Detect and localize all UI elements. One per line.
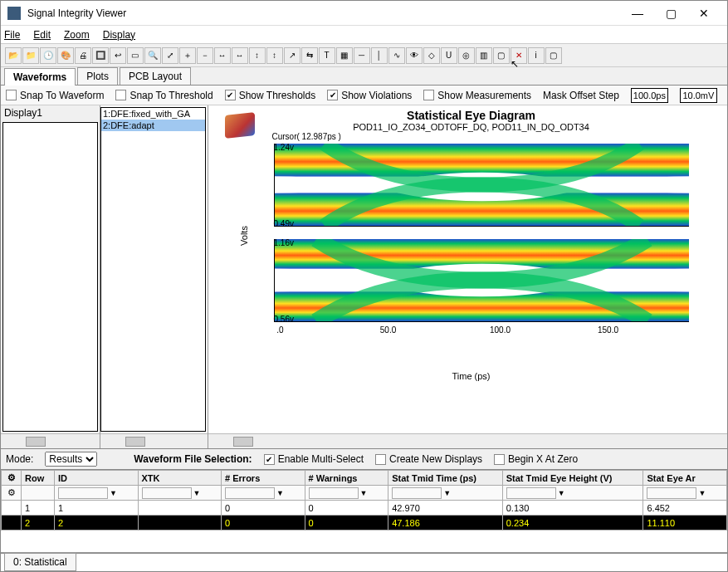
eye-diagram[interactable]: Cursor( 12.987ps ) Volts [239,135,704,359]
grid-icon[interactable]: ▦ [336,47,353,64]
bathtub-icon[interactable]: U [441,47,457,64]
col-eyeh[interactable]: Stat Tmid Eye Height (V) [502,471,643,486]
toggle-icon[interactable]: ∿ [388,47,405,64]
menu-bar: File Edit Zoom Display [1,26,727,44]
col-tmid[interactable]: Stat Tmid Time (ps) [388,471,503,486]
show-measurements-checkbox[interactable]: Show Measurements [423,90,531,101]
print-icon[interactable]: 🖨 [75,47,91,64]
cell-warnings: 0 [305,516,388,530]
col-eyea[interactable]: Stat Eye Ar [643,471,727,486]
zoom-window-icon[interactable]: 🔲 [92,47,109,64]
enable-multi-checkbox[interactable]: ✔Enable Multi-Select [264,453,364,465]
signal-item-1[interactable]: 1:DFE:fixed_with_GA [101,108,205,120]
histogram-icon[interactable]: ▥ [476,47,492,64]
zoom-rect-icon[interactable]: ▭ [127,47,144,64]
text-icon[interactable]: T [319,47,335,64]
display-scroll[interactable] [1,433,100,448]
create-new-checkbox[interactable]: Create New Displays [375,453,482,465]
col-warnings[interactable]: # Warnings [305,471,388,486]
title-bar[interactable]: Signal Integrity Viewer — ▢ ✕ [1,1,727,26]
zoom-y-out-icon[interactable]: ↕ [266,47,283,64]
col-errors[interactable]: # Errors [222,471,305,486]
filter-errors[interactable]: ▼ [222,486,305,501]
gear2-icon[interactable]: ⚙ [2,486,22,501]
hmeasure-icon[interactable]: ⇆ [301,47,318,64]
menu-file[interactable]: File [4,29,20,41]
zoom-in-icon[interactable]: ＋ [179,47,196,64]
cursor-readout: Cursor( 12.987ps ) [272,132,341,141]
zoom-prev-icon[interactable]: ↩ [110,47,126,64]
zoom-fit-icon[interactable]: ⤢ [162,47,178,64]
palette-icon[interactable]: 🎨 [57,47,74,64]
filter-warnings[interactable]: ▼ [305,486,388,501]
hcursor-icon[interactable]: ─ [354,47,370,64]
zoom-x-in-icon[interactable]: ↔ [214,47,231,64]
xtick-0: .0 [276,322,283,335]
zoom-y-in-icon[interactable]: ↕ [249,47,266,64]
tab-waveforms[interactable]: Waveforms [4,68,76,86]
menu-display[interactable]: Display [103,29,135,41]
tab-pcb-layout[interactable]: PCB Layout [120,67,191,85]
mask-offset-x-input[interactable] [631,88,668,103]
toolbar: 📂 📁 🕒 🎨 🖨 🔲 ↩ ▭ 🔍 ⤢ ＋ － ↔ ↔ ↕ ↕ ↗ ⇆ T ▦ … [1,44,727,67]
filter-eyea[interactable]: ▼ [643,486,727,501]
filter-eyeh[interactable]: ▼ [502,486,643,501]
results-table-wrap[interactable]: ⚙ Row ID XTK # Errors # Warnings Stat Tm… [1,470,727,553]
table-row[interactable]: 1 1 0 0 42.970 0.130 6.452 [2,501,727,516]
col-row[interactable]: Row [22,471,55,486]
clock-icon[interactable]: 🕒 [40,47,56,64]
show-violations-label: Show Violations [341,90,412,101]
cell-xtk [138,516,222,530]
snap-waveform-checkbox[interactable]: Snap To Waveform [6,90,104,101]
zoom-icon[interactable]: 🔍 [144,47,161,64]
signal-panel: 1:DFE:fixed_with_GA 2:DFE:adapt [100,105,208,448]
filter-tmid[interactable]: ▼ [388,486,503,501]
open2-icon[interactable]: 📁 [22,47,39,64]
measure-icon[interactable]: ↗ [284,47,300,64]
snap-threshold-checkbox[interactable]: Snap To Threshold [115,90,213,101]
signal-scroll[interactable] [100,433,208,448]
stat-eye-icon[interactable]: ◇ [423,47,440,64]
close-button[interactable]: ✕ [687,1,721,25]
zoom-out-icon[interactable]: － [197,47,213,64]
display-list[interactable] [2,122,98,432]
wf-selection-label: Waveform File Selection: [134,453,252,465]
begin-x-checkbox[interactable]: Begin X At Zero [494,453,578,465]
table-row[interactable]: 2 2 0 0 47.186 0.234 11.110 [2,516,727,530]
results-table: ⚙ Row ID XTK # Errors # Warnings Stat Tm… [1,470,727,530]
info-icon[interactable]: i [528,47,545,64]
mask-offset-y-input[interactable] [680,88,717,103]
mode-label: Mode: [6,453,33,465]
filter-id[interactable]: ▼ [55,486,139,501]
show-thresholds-checkbox[interactable]: ✔Show Thresholds [225,90,316,101]
show-violations-checkbox[interactable]: ✔Show Violations [327,90,412,101]
minimize-button[interactable]: — [621,1,654,25]
cell-row: 2 [22,516,55,530]
zoom-x-out-icon[interactable]: ↔ [232,47,248,64]
signal-item-2[interactable]: 2:DFE:adapt [101,120,205,131]
vcursor-icon[interactable]: │ [371,47,388,64]
menu-zoom[interactable]: Zoom [64,29,90,41]
cell-errors: 0 [222,501,305,516]
tab-statistical[interactable]: 0: Statistical [4,553,76,571]
tab-plots[interactable]: Plots [77,67,118,85]
filter-xtk[interactable]: ▼ [138,486,222,501]
mode-select[interactable]: Results [45,452,97,467]
disabled-icon: ▢ [493,47,510,64]
col-id[interactable]: ID [55,471,139,486]
open-icon[interactable]: 📂 [5,47,22,64]
mouse-cursor-icon: ↖ [511,58,522,70]
cell-row: 1 [22,501,55,516]
eye-icon[interactable]: 👁 [406,47,423,64]
menu-edit[interactable]: Edit [33,29,51,41]
plot-scroll[interactable] [208,433,727,448]
y-axis-label: Volts [238,226,248,246]
maximize-button[interactable]: ▢ [654,1,687,25]
gear-column[interactable]: ⚙ [2,471,22,486]
cell-xtk [138,501,222,516]
col-xtk[interactable]: XTK [138,471,222,486]
signal-list[interactable]: 1:DFE:fixed_with_GA 2:DFE:adapt [100,107,206,432]
plot-panel[interactable]: Statistical Eye Diagram POD11_IO_ZO34_OD… [208,105,727,448]
cell-tmid: 42.970 [388,501,503,516]
contour-icon[interactable]: ◎ [458,47,475,64]
